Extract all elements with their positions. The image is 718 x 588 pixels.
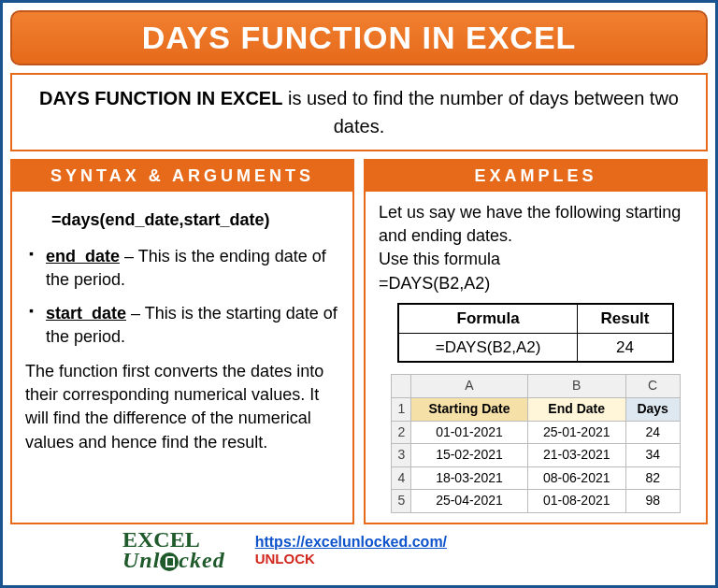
argument-name: start_date bbox=[46, 304, 126, 323]
examples-body: Let us say we have the following startin… bbox=[366, 192, 706, 523]
sheet-row-num: 2 bbox=[392, 421, 411, 444]
sheet-row-num: 4 bbox=[392, 466, 411, 490]
sheet-cell: 01-01-2021 bbox=[411, 421, 527, 444]
syntax-header: SYNTAX & ARGUMENTS bbox=[12, 161, 352, 192]
description-rest: is used to find the number of days betwe… bbox=[282, 88, 679, 136]
syntax-body: =days(end_date,start_date) end_date – Th… bbox=[12, 192, 352, 464]
sheet-cell: 01-08-2021 bbox=[527, 490, 625, 513]
description-box: DAYS FUNCTION IN EXCEL is used to find t… bbox=[10, 73, 708, 151]
sheet-col-letter: C bbox=[625, 375, 680, 398]
syntax-column: SYNTAX & ARGUMENTS =days(end_date,start_… bbox=[10, 159, 354, 524]
sheet-row-num: 3 bbox=[392, 444, 411, 467]
argument-item: start_date – This is the starting date o… bbox=[25, 302, 339, 349]
logo-line2: Unlcked bbox=[122, 551, 225, 571]
fr-cell-formula: =DAYS(B2,A2) bbox=[398, 333, 577, 362]
sheet-header-days: Days bbox=[625, 397, 680, 421]
sheet-cell: 34 bbox=[625, 444, 680, 467]
fr-header-result: Result bbox=[578, 304, 673, 333]
footer: EXCEL Unlcked https://excelunlocked.com/… bbox=[10, 530, 708, 571]
argument-item: end_date – This is the ending date of th… bbox=[25, 245, 339, 292]
sheet-header-start: Starting Date bbox=[411, 397, 527, 421]
sheet-cell: 98 bbox=[625, 490, 680, 513]
description-strong: DAYS FUNCTION IN EXCEL bbox=[39, 88, 282, 108]
columns-container: SYNTAX & ARGUMENTS =days(end_date,start_… bbox=[10, 159, 708, 524]
sheet-cell: 25-01-2021 bbox=[527, 421, 625, 444]
site-url-link[interactable]: https://excelunlocked.com/ bbox=[255, 534, 447, 551]
fr-header-formula: Formula bbox=[398, 304, 577, 333]
argument-name: end_date bbox=[46, 247, 120, 265]
sheet-corner bbox=[392, 375, 411, 398]
sheet-cell: 18-03-2021 bbox=[411, 466, 527, 490]
unlock-label: UNLOCK bbox=[255, 551, 447, 566]
sheet-col-letter: A bbox=[411, 375, 527, 398]
sheet-cell: 24 bbox=[625, 421, 680, 444]
fr-cell-result: 24 bbox=[578, 333, 673, 362]
example-formula: =DAYS(B2,A2) bbox=[379, 272, 693, 295]
brand-logo: EXCEL Unlcked bbox=[122, 530, 225, 571]
lock-icon bbox=[160, 552, 179, 571]
sheet-row-num: 1 bbox=[392, 397, 411, 421]
sheet-cell: 25-04-2021 bbox=[411, 490, 527, 513]
sheet-cell: 82 bbox=[625, 466, 680, 490]
sheet-cell: 15-02-2021 bbox=[411, 444, 527, 467]
page-title: DAYS FUNCTION IN EXCEL bbox=[10, 10, 708, 65]
excel-sheet-table: A B C 1 Starting Date End Date Days 2 01… bbox=[391, 374, 680, 513]
example-intro-1: Let us say we have the following startin… bbox=[379, 201, 693, 248]
sheet-cell: 08-06-2021 bbox=[527, 466, 625, 490]
sheet-col-letter: B bbox=[527, 375, 625, 398]
examples-header: EXAMPLES bbox=[366, 161, 706, 192]
sheet-row-num: 5 bbox=[392, 490, 411, 513]
formula-result-table: Formula Result =DAYS(B2,A2) 24 bbox=[397, 303, 674, 364]
argument-list: end_date – This is the ending date of th… bbox=[25, 245, 339, 349]
sheet-cell: 21-03-2021 bbox=[527, 444, 625, 467]
example-intro-2: Use this formula bbox=[379, 248, 693, 271]
syntax-formula: =days(end_date,start_date) bbox=[51, 208, 339, 232]
footer-links: https://excelunlocked.com/ UNLOCK bbox=[255, 534, 447, 566]
examples-column: EXAMPLES Let us say we have the followin… bbox=[364, 159, 708, 524]
syntax-explanation: The function first converts the dates in… bbox=[25, 360, 339, 454]
sheet-header-end: End Date bbox=[527, 397, 625, 421]
